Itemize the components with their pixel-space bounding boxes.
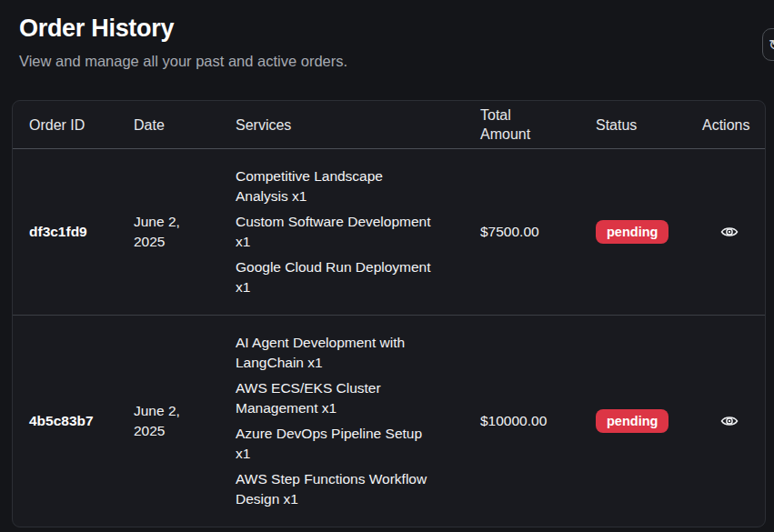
- date-value: June 2, 2025: [134, 212, 206, 252]
- table-row: 4b5c83b7 June 2, 2025 AI Agent Developme…: [13, 316, 765, 527]
- column-header-status: Status: [596, 115, 702, 135]
- table-row: df3c1fd9 June 2, 2025 Competitive Landsc…: [13, 149, 765, 316]
- refresh-icon: ↻: [769, 36, 774, 54]
- order-id-cell: 4b5c83b7: [13, 411, 134, 431]
- refresh-button[interactable]: ↻: [762, 28, 774, 61]
- actions-cell: [702, 411, 765, 431]
- eye-icon: [720, 225, 739, 239]
- total-amount-cell: $10000.00: [480, 411, 596, 431]
- date-value: June 2, 2025: [134, 401, 206, 441]
- status-cell: pending: [596, 409, 702, 433]
- service-item: AWS ECS/EKS Cluster Management x1: [236, 378, 434, 418]
- status-cell: pending: [596, 220, 702, 244]
- column-header-total-amount: Total Amount: [480, 105, 596, 144]
- date-cell: June 2, 2025: [134, 212, 236, 252]
- actions-cell: [702, 222, 765, 242]
- view-order-button[interactable]: [718, 222, 741, 242]
- services-cell: Competitive Landscape Analysis x1 Custom…: [236, 149, 480, 315]
- eye-icon: [720, 414, 739, 428]
- page-title: Order History: [19, 15, 174, 43]
- total-amount-cell: $7500.00: [480, 222, 596, 242]
- page-subtitle: View and manage all your past and active…: [19, 53, 347, 70]
- order-history-page: Order History View and manage all your p…: [0, 0, 774, 532]
- table-header-row: Order ID Date Services Total Amount Stat…: [13, 101, 765, 149]
- service-item: AWS Step Functions Workflow Design x1: [236, 469, 434, 509]
- service-item: Google Cloud Run Deployment x1: [236, 257, 434, 297]
- column-header-order-id: Order ID: [13, 115, 134, 135]
- column-header-date: Date: [134, 115, 236, 135]
- status-badge: pending: [596, 220, 668, 244]
- services-cell: AI Agent Development with LangChain x1 A…: [236, 316, 480, 527]
- column-header-services: Services: [236, 115, 480, 135]
- status-badge: pending: [596, 409, 668, 433]
- date-cell: June 2, 2025: [134, 401, 236, 441]
- service-item: Azure DevOps Pipeline Setup x1: [236, 424, 434, 464]
- service-item: AI Agent Development with LangChain x1: [236, 333, 434, 373]
- view-order-button[interactable]: [718, 411, 741, 431]
- service-item: Competitive Landscape Analysis x1: [236, 166, 434, 206]
- service-item: Custom Software Development x1: [236, 212, 434, 252]
- column-header-total-amount-label: Total Amount: [480, 105, 544, 144]
- order-id-cell: df3c1fd9: [13, 222, 134, 242]
- column-header-actions: Actions: [702, 115, 765, 135]
- orders-table: Order ID Date Services Total Amount Stat…: [12, 100, 766, 527]
